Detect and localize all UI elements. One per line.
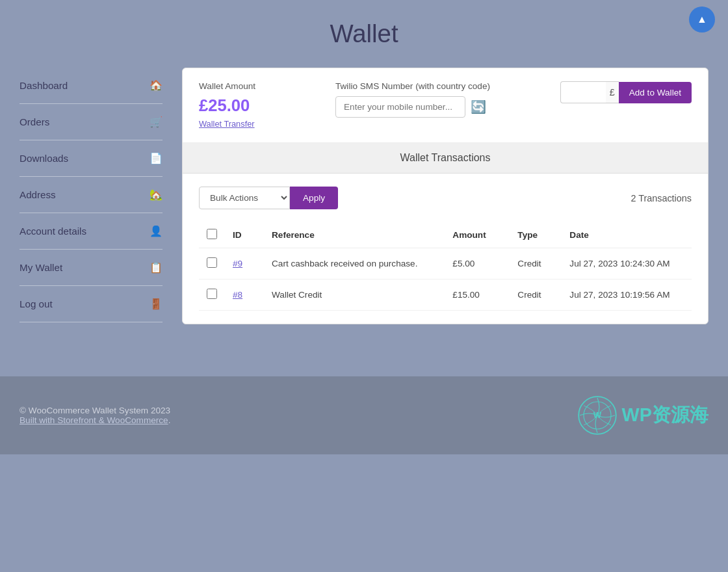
row1-reference: Cart cashback received on purchase. [264,248,445,280]
wallet-card: Wallet Amount £25.00 Wallet Transfer Twi… [182,68,708,324]
footer-link[interactable]: Built with Storefront & WooCommerce [20,415,168,425]
wp-brand-label: WP资源海 [622,402,708,428]
row1-amount: £5.00 [445,248,510,280]
col-reference: Reference [264,222,445,248]
svg-text:W: W [593,410,601,420]
row2-date: Jul 27, 2023 10:19:56 AM [562,280,692,311]
bulk-actions-row: Bulk Actions Apply 2 Transactions [199,187,692,209]
col-type: Type [510,222,562,248]
col-amount: Amount [445,222,510,248]
row2-id: #8 [225,280,264,311]
wallet-icon: 📋 [150,261,162,274]
table-body: #9 Cart cashback received on purchase. £… [199,248,692,311]
sms-label: Twilio SMS Number (with country code) [335,81,541,91]
sidebar-item-address[interactable]: Address 🏡 [20,177,162,213]
sidebar-item-orders-label: Orders [20,116,49,127]
sidebar-item-address-label: Address [20,189,56,200]
address-icon: 🏡 [150,188,162,201]
sidebar-item-log-out[interactable]: Log out 🚪 [20,286,162,322]
wallet-amount-section: Wallet Amount £25.00 Wallet Transfer [199,81,316,129]
scroll-top-button[interactable]: ▲ [689,6,715,32]
add-to-wallet-button[interactable]: Add to Wallet [619,82,692,103]
sidebar-item-account-details[interactable]: Account details 👤 [20,213,162,250]
sms-input-row: 🔄 [335,96,541,118]
transactions-body: Bulk Actions Apply 2 Transactions [183,174,708,324]
add-amount-input[interactable] [560,81,606,103]
account-icon: 👤 [150,225,162,237]
logout-icon: 🚪 [150,298,162,310]
row2-reference: Wallet Credit [264,280,445,311]
table-row: #8 Wallet Credit £15.00 Credit Jul 27, 2… [199,280,692,311]
page-footer: © WooCommerce Wallet System 2023 Built w… [0,376,728,454]
sidebar-item-dashboard-label: Dashboard [20,80,68,91]
row2-id-link[interactable]: #8 [233,290,242,300]
row2-checkbox[interactable] [207,289,217,299]
col-date: Date [562,222,692,248]
select-all-checkbox[interactable] [207,229,217,239]
col-id: ID [225,222,264,248]
footer-copyright: © WooCommerce Wallet System 2023 [20,406,170,415]
row1-id-link[interactable]: #9 [233,259,242,268]
row2-checkbox-cell [199,280,225,311]
row1-date: Jul 27, 2023 10:24:30 AM [562,248,692,280]
sidebar-item-downloads[interactable]: Downloads 📄 [20,140,162,177]
row1-type: Credit [510,248,562,280]
row2-amount: £15.00 [445,280,510,311]
sms-input[interactable] [335,96,465,118]
wallet-transfer-link[interactable]: Wallet Transfer [199,119,255,129]
col-checkbox [199,222,225,248]
row1-id: #9 [225,248,264,280]
sidebar-item-logout-label: Log out [20,298,53,309]
transactions-header: Wallet Transactions [183,143,708,174]
sidebar-item-wallet-label: My Wallet [20,262,62,273]
orders-icon: 🛒 [150,116,162,128]
sidebar-item-downloads-label: Downloads [20,153,68,164]
sidebar-item-my-wallet[interactable]: My Wallet 📋 [20,250,162,286]
wp-logo-icon: W [578,396,617,435]
row1-checkbox-cell [199,248,225,280]
downloads-icon: 📄 [150,152,162,164]
sidebar: Dashboard 🏠 Orders 🛒 Downloads 📄 Address… [20,68,162,324]
chevron-up-icon: ▲ [697,14,707,25]
main-content: Wallet Amount £25.00 Wallet Transfer Twi… [182,68,708,324]
wallet-amount-label: Wallet Amount [199,81,316,91]
sidebar-item-orders[interactable]: Orders 🛒 [20,104,162,140]
page-title: Wallet [20,13,708,48]
transactions-table: ID Reference Amount Type Date [199,222,692,311]
dashboard-icon: 🏠 [150,79,162,92]
sidebar-item-dashboard[interactable]: Dashboard 🏠 [20,68,162,104]
table-row: #9 Cart cashback received on purchase. £… [199,248,692,280]
footer-left: © WooCommerce Wallet System 2023 Built w… [20,406,170,425]
bulk-actions-select[interactable]: Bulk Actions [199,187,290,209]
bulk-left: Bulk Actions Apply [199,187,338,209]
apply-button[interactable]: Apply [290,187,338,209]
add-to-wallet-section: £ Add to Wallet [560,81,692,103]
row1-checkbox[interactable] [207,257,217,268]
sidebar-item-account-label: Account details [20,226,86,237]
table-header: ID Reference Amount Type Date [199,222,692,248]
transaction-count: 2 Transactions [630,193,692,203]
footer-right: W WP资源海 [578,396,708,435]
footer-period: . [168,415,171,425]
currency-symbol: £ [606,81,619,103]
wallet-amount-value: £25.00 [199,96,316,115]
sms-section: Twilio SMS Number (with country code) 🔄 [335,81,541,118]
row2-type: Credit [510,280,562,311]
refresh-icon[interactable]: 🔄 [471,99,486,114]
wallet-top-section: Wallet Amount £25.00 Wallet Transfer Twi… [183,68,708,143]
